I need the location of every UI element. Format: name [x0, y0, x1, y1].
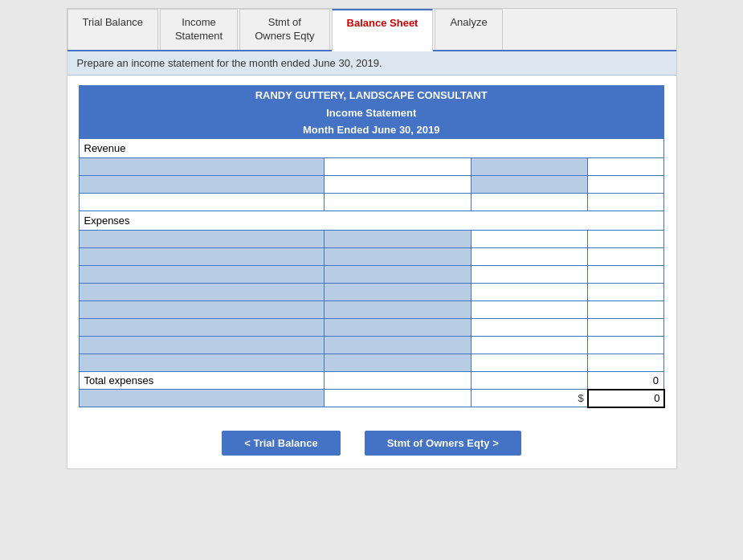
net-income-mid: [325, 390, 471, 407]
company-name: RANDY GUTTERY, LANDSCAPE CONSULTANT: [79, 85, 664, 104]
total-expenses-value: 0: [588, 371, 664, 390]
net-income-row: $ 0: [79, 390, 664, 407]
prev-button[interactable]: < Trial Balance: [222, 431, 340, 456]
expense-input-8[interactable]: [83, 355, 321, 370]
expense-mid-8-cell[interactable]: [325, 354, 471, 371]
expense-right-1: [471, 230, 588, 247]
expense-row-6: [79, 318, 664, 336]
expense-num-8: [588, 354, 664, 371]
income-statement-table: RANDY GUTTERY, LANDSCAPE CONSULTANT Inco…: [79, 85, 665, 408]
expense-input-3-cell[interactable]: [79, 265, 325, 283]
expense-input-5-cell[interactable]: [79, 300, 325, 318]
net-income-input[interactable]: [83, 391, 321, 406]
net-income-input-cell[interactable]: [79, 390, 325, 407]
expense-input-3[interactable]: [83, 267, 321, 281]
revenue-row-2: [79, 175, 664, 193]
total-expenses-mid: [325, 371, 471, 390]
expenses-label-row: Expenses: [79, 211, 664, 230]
expense-right-4: [471, 283, 588, 300]
tab-bar: Trial Balance Income Statement Stmt of O…: [67, 9, 676, 51]
expense-mid-5-cell[interactable]: [325, 300, 471, 318]
expense-mid-4-cell[interactable]: [325, 283, 471, 300]
net-income-dollar: $: [471, 390, 588, 407]
expense-input-2-cell[interactable]: [79, 247, 325, 265]
expense-input-6[interactable]: [83, 320, 321, 334]
expense-input-8-cell[interactable]: [79, 354, 325, 371]
net-income-value: 0: [588, 390, 664, 407]
expense-mid-3[interactable]: [328, 267, 467, 281]
expense-mid-6[interactable]: [328, 320, 467, 334]
expense-num-5: [588, 300, 664, 318]
spacer-1-mid: [325, 193, 471, 211]
expense-input-4-cell[interactable]: [79, 283, 325, 300]
expense-mid-3-cell[interactable]: [325, 265, 471, 283]
next-button[interactable]: Stmt of Owners Eqty >: [365, 431, 521, 456]
tab-income-statement[interactable]: Income Statement: [160, 9, 238, 50]
tab-stmt-owners[interactable]: Stmt of Owners Eqty: [239, 9, 329, 50]
spacer-1-right: [471, 193, 588, 211]
revenue-mid-1: [325, 157, 471, 175]
expense-mid-2-cell[interactable]: [325, 247, 471, 265]
expense-row-2: [79, 247, 664, 265]
revenue-amount-2-cell[interactable]: [471, 175, 588, 193]
revenue-input-1[interactable]: [83, 159, 321, 174]
report-title: Income Statement: [79, 104, 664, 121]
instruction-bar: Prepare an income statement for the mont…: [67, 51, 676, 76]
expenses-label: Expenses: [79, 211, 664, 230]
spacer-row-1: [79, 193, 664, 211]
expense-input-7[interactable]: [83, 337, 321, 352]
expense-num-2: [588, 247, 664, 265]
expense-row-1: [79, 230, 664, 247]
expense-mid-1-cell[interactable]: [325, 230, 471, 247]
expense-mid-2[interactable]: [328, 249, 467, 264]
expense-mid-7[interactable]: [328, 337, 467, 352]
spacer-1-num: [588, 193, 664, 211]
expense-row-8: [79, 354, 664, 371]
expense-num-1: [588, 230, 664, 247]
expense-mid-1[interactable]: [328, 231, 467, 246]
expense-num-7: [588, 336, 664, 354]
report-area: RANDY GUTTERY, LANDSCAPE CONSULTANT Inco…: [67, 76, 676, 418]
report-period-row: Month Ended June 30, 2019: [79, 121, 664, 139]
revenue-label-row: Revenue: [79, 138, 664, 157]
revenue-amount-1[interactable]: [475, 159, 585, 174]
total-expenses-label: Total expenses: [79, 371, 325, 390]
revenue-total-1: [588, 157, 664, 175]
expense-row-4: [79, 283, 664, 300]
expense-mid-4[interactable]: [328, 284, 467, 299]
total-expenses-row: Total expenses 0: [79, 371, 664, 390]
revenue-amount-2[interactable]: [475, 177, 585, 191]
report-period: Month Ended June 30, 2019: [79, 121, 664, 139]
expense-right-8: [471, 354, 588, 371]
total-expenses-right: [471, 371, 588, 390]
report-title-row: Income Statement: [79, 104, 664, 121]
expense-mid-7-cell[interactable]: [325, 336, 471, 354]
expense-mid-8[interactable]: [328, 355, 467, 370]
nav-buttons-area: < Trial Balance Stmt of Owners Eqty >: [67, 418, 676, 468]
expense-input-5[interactable]: [83, 302, 321, 317]
tab-trial-balance[interactable]: Trial Balance: [67, 9, 158, 50]
expense-row-7: [79, 336, 664, 354]
revenue-amount-1-cell[interactable]: [471, 157, 588, 175]
expense-right-2: [471, 247, 588, 265]
expense-mid-5[interactable]: [328, 302, 467, 317]
revenue-input-1-cell[interactable]: [79, 157, 325, 175]
revenue-input-2-cell[interactable]: [79, 175, 325, 193]
expense-input-1-cell[interactable]: [79, 230, 325, 247]
company-name-row: RANDY GUTTERY, LANDSCAPE CONSULTANT: [79, 85, 664, 104]
tab-balance-sheet[interactable]: Balance Sheet: [332, 9, 434, 51]
revenue-total-2: [588, 175, 664, 193]
revenue-input-2[interactable]: [83, 177, 321, 191]
expense-input-4[interactable]: [83, 284, 321, 299]
expense-right-3: [471, 265, 588, 283]
expense-mid-6-cell[interactable]: [325, 318, 471, 336]
expense-input-6-cell[interactable]: [79, 318, 325, 336]
expense-num-3: [588, 265, 664, 283]
expense-input-1[interactable]: [83, 231, 321, 246]
revenue-mid-2: [325, 175, 471, 193]
expense-input-7-cell[interactable]: [79, 336, 325, 354]
spacer-1-label: [79, 193, 325, 211]
tab-analyze[interactable]: Analyze: [435, 9, 502, 50]
expense-input-2[interactable]: [83, 249, 321, 264]
expense-row-3: [79, 265, 664, 283]
